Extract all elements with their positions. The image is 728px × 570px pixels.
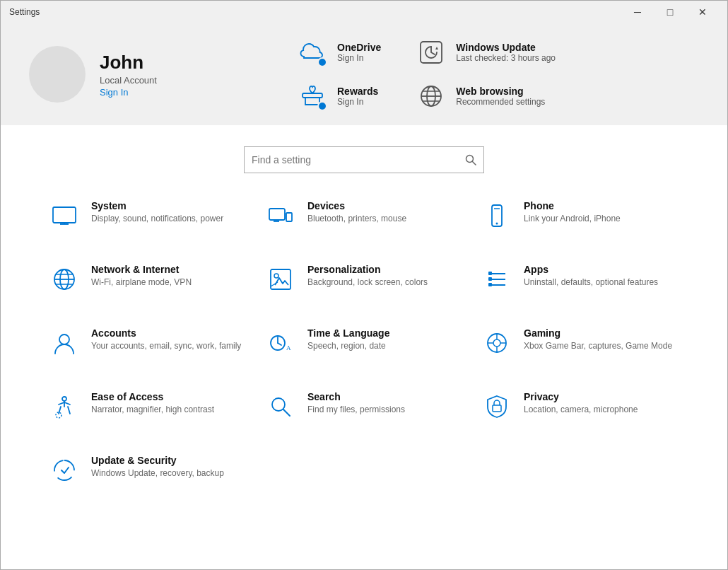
network-title: Network & Internet [91, 264, 192, 275]
svg-text:A: A [286, 344, 291, 351]
phone-desc: Link your Android, iPhone [524, 213, 621, 225]
network-text: Network & Internet Wi-Fi, airplane mode,… [91, 264, 192, 289]
svg-rect-10 [53, 207, 76, 223]
accounts-desc: Your accounts, email, sync, work, family [91, 340, 241, 352]
svg-rect-14 [286, 213, 292, 221]
rewards-name: Rewards [337, 86, 378, 97]
setting-item-search[interactable]: Search Find my files, permissions [259, 385, 469, 428]
search-box[interactable] [244, 146, 484, 173]
privacy-title: Privacy [524, 391, 638, 402]
apps-desc: Uninstall, defaults, optional features [524, 277, 658, 289]
search-section [1, 125, 727, 187]
svg-point-25 [274, 274, 278, 278]
gaming-title: Gaming [524, 327, 672, 339]
svg-point-43 [62, 397, 66, 401]
titlebar-buttons: ─ □ ✕ [621, 1, 719, 23]
services-section: OneDrive Sign In Rewards Sign In [298, 37, 556, 111]
profile-signin-link[interactable]: Sign In [100, 87, 157, 98]
setting-item-accounts[interactable]: Accounts Your accounts, email, sync, wor… [43, 322, 252, 364]
ease-of-access-desc: Narrator, magnifier, high contrast [91, 404, 214, 416]
privacy-icon [481, 391, 512, 422]
setting-item-update-security[interactable]: Update & Security Windows Update, recove… [43, 449, 252, 492]
time-language-desc: Speech, region, date [307, 340, 389, 352]
profile-account-type: Local Account [100, 75, 157, 86]
ease-of-access-icon [49, 391, 80, 422]
phone-title: Phone [524, 200, 621, 211]
time-language-title: Time & Language [307, 327, 389, 339]
devices-text: Devices Bluetooth, printers, mouse [307, 200, 406, 225]
minimize-button[interactable]: ─ [621, 1, 654, 23]
search-input[interactable] [252, 154, 459, 165]
phone-text: Phone Link your Android, iPhone [524, 200, 621, 225]
update-security-desc: Windows Update, recovery, backup [91, 467, 224, 479]
search-desc: Find my files, permissions [307, 404, 405, 416]
services-column-2: Windows Update Last checked: 3 hours ago [416, 37, 556, 111]
gaming-text: Gaming Xbox Game Bar, captures, Game Mod… [524, 327, 672, 352]
svg-line-35 [278, 343, 281, 345]
gaming-desc: Xbox Game Bar, captures, Game Mode [524, 340, 672, 352]
service-rewards[interactable]: Rewards Sign In [298, 81, 381, 111]
update-security-icon [49, 455, 80, 486]
apps-icon [481, 264, 512, 295]
svg-point-32 [59, 335, 69, 344]
system-icon [49, 200, 80, 231]
update-security-text: Update & Security Windows Update, recove… [91, 455, 224, 479]
network-icon [49, 264, 80, 295]
setting-item-gaming[interactable]: Gaming Xbox Game Bar, captures, Game Mod… [476, 322, 685, 364]
ease-of-access-text: Ease of Access Narrator, magnifier, high… [91, 391, 214, 416]
windows-update-sub: Last checked: 3 hours ago [456, 53, 556, 63]
personalization-desc: Background, lock screen, colors [307, 277, 428, 289]
rewards-text: Rewards Sign In [337, 86, 378, 107]
services-column-1: OneDrive Sign In Rewards Sign In [298, 37, 381, 111]
ease-of-access-title: Ease of Access [91, 391, 214, 402]
header: John Local Account Sign In OneDrive Sign… [1, 23, 727, 125]
rewards-sub: Sign In [337, 97, 378, 107]
web-browsing-name: Web browsing [456, 86, 545, 97]
svg-line-9 [473, 162, 476, 165]
privacy-desc: Location, camera, microphone [524, 404, 638, 416]
time-language-icon: A [265, 327, 296, 359]
service-web-browsing[interactable]: Web browsing Recommended settings [416, 81, 556, 111]
system-title: System [91, 200, 223, 211]
setting-item-personalization[interactable]: Personalization Background, lock screen,… [259, 258, 469, 301]
setting-item-devices[interactable]: Devices Bluetooth, printers, mouse [259, 194, 469, 237]
apps-text: Apps Uninstall, defaults, optional featu… [524, 264, 658, 289]
titlebar-title: Settings [9, 7, 621, 17]
onedrive-sub: Sign In [337, 53, 381, 63]
maximize-button[interactable]: □ [654, 1, 686, 23]
personalization-title: Personalization [307, 264, 428, 275]
setting-item-network[interactable]: Network & Internet Wi-Fi, airplane mode,… [43, 258, 252, 301]
svg-point-38 [493, 339, 500, 347]
system-text: System Display, sound, notifications, po… [91, 200, 223, 225]
accounts-text: Accounts Your accounts, email, sync, wor… [91, 327, 241, 352]
web-browsing-sub: Recommended settings [456, 97, 545, 107]
setting-item-time-language[interactable]: A Time & Language Speech, region, date [259, 322, 469, 364]
setting-item-privacy[interactable]: Privacy Location, camera, microphone [476, 385, 685, 428]
network-desc: Wi-Fi, airplane mode, VPN [91, 277, 192, 289]
onedrive-name: OneDrive [337, 42, 381, 53]
profile-name: John [100, 52, 157, 74]
setting-item-ease-of-access[interactable]: Ease of Access Narrator, magnifier, high… [43, 385, 252, 428]
devices-icon [265, 200, 296, 231]
devices-desc: Bluetooth, printers, mouse [307, 213, 406, 225]
svg-rect-29 [488, 272, 492, 275]
rewards-dot [317, 101, 327, 111]
service-windows-update[interactable]: Windows Update Last checked: 3 hours ago [416, 37, 556, 67]
personalization-text: Personalization Background, lock screen,… [307, 264, 428, 289]
setting-item-apps[interactable]: Apps Uninstall, defaults, optional featu… [476, 258, 685, 301]
time-language-text: Time & Language Speech, region, date [307, 327, 389, 352]
close-button[interactable]: ✕ [686, 1, 719, 23]
service-onedrive[interactable]: OneDrive Sign In [298, 37, 381, 67]
setting-item-phone[interactable]: Phone Link your Android, iPhone [476, 194, 685, 237]
personalization-icon [265, 264, 296, 295]
web-browsing-icon [416, 81, 446, 111]
setting-item-system[interactable]: System Display, sound, notifications, po… [43, 194, 252, 237]
accounts-icon [49, 327, 80, 359]
devices-title: Devices [307, 200, 406, 211]
phone-icon [481, 200, 512, 231]
update-security-title: Update & Security [91, 455, 224, 466]
search-text: Search Find my files, permissions [307, 391, 405, 416]
search-button[interactable] [465, 154, 476, 165]
windows-update-icon [416, 37, 446, 67]
onedrive-text: OneDrive Sign In [337, 42, 381, 63]
